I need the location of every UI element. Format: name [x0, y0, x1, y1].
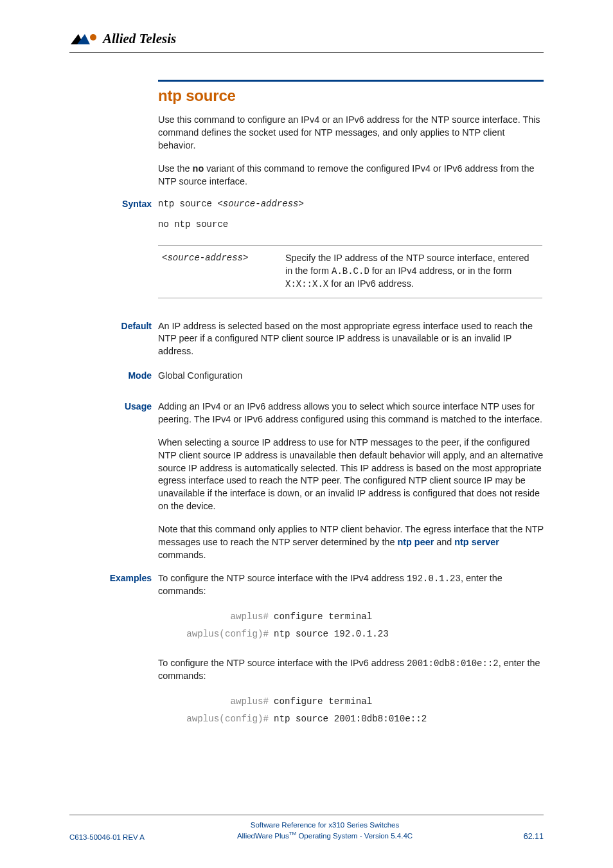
page: Allied Telesis ntp source Use this comma… [0, 0, 613, 868]
syntax-section: Syntax ntp source <source-address> no nt… [158, 198, 544, 298]
table-row: <source-address> Specify the IP address … [158, 246, 542, 298]
footer-rule [69, 815, 544, 815]
page-footer: C613-50046-01 REV A Software Reference f… [69, 815, 544, 841]
syntax-line-2: no ntp source [158, 219, 544, 231]
intro-paragraph-1: Use this command to configure an IPv4 or… [158, 114, 544, 152]
syntax-cmd: ntp source [158, 199, 217, 209]
mode-label: Mode [100, 370, 152, 381]
cli-command: ntp source 2001:0db8:010e::2 [274, 710, 427, 728]
page-header: Allied Telesis [69, 31, 544, 53]
default-section: Default An IP address is selected based … [158, 320, 544, 359]
svg-point-2 [90, 34, 96, 41]
parameter-table: <source-address> Specify the IP address … [158, 245, 542, 298]
bold-keyword: no [193, 163, 204, 174]
example-intro-1: To configure the NTP source interface wi… [158, 572, 544, 598]
footer-center: Software Reference for x310 Series Switc… [145, 820, 505, 841]
content-area: ntp source Use this command to configure… [158, 80, 544, 739]
command-title: ntp source [158, 87, 544, 105]
text-fragment: for an IPv6 address. [328, 278, 414, 289]
default-body: An IP address is selected based on the m… [158, 320, 544, 359]
cli-prompt: awplus(config)# [158, 626, 274, 643]
param-desc: Specify the IP address of the NTP source… [281, 246, 542, 298]
usage-p3: Note that this command only applies to N… [158, 523, 544, 562]
mode-body: Global Configuration [158, 370, 544, 383]
examples-label: Examples [100, 572, 152, 583]
usage-p1: Adding an IPv4 or an IPv6 address allows… [158, 401, 544, 426]
intro-paragraph-2: Use the no variant of this command to re… [158, 163, 544, 188]
examples-section: Examples To configure the NTP source int… [158, 572, 544, 739]
footer-doc-id: C613-50046-01 REV A [69, 833, 145, 841]
footer-row: C613-50046-01 REV A Software Reference f… [69, 820, 544, 841]
cli-row: awplus# configure terminal [158, 608, 544, 626]
header-rule [69, 52, 544, 53]
page-number: 62.11 [505, 832, 544, 841]
inline-code: 192.0.1.23 [407, 574, 461, 584]
param-name: <source-address> [158, 246, 281, 298]
syntax-line-1: ntp source <source-address> [158, 198, 544, 210]
cli-command: configure terminal [274, 693, 372, 710]
examples-body: To configure the NTP source interface wi… [158, 572, 544, 739]
trademark-sup: TM [289, 831, 297, 836]
cli-prompt: awplus# [158, 693, 274, 710]
cli-prompt: awplus(config)# [158, 710, 274, 728]
brand-logo: Allied Telesis [69, 31, 544, 47]
cli-block-1: awplus# configure terminal awplus(config… [158, 608, 544, 643]
footer-title: Software Reference for x310 Series Switc… [145, 820, 505, 831]
cli-block-2: awplus# configure terminal awplus(config… [158, 693, 544, 728]
usage-section: Usage Adding an IPv4 or an IPv6 address … [158, 401, 544, 572]
inline-code: 2001:0db8:010e::2 [407, 658, 499, 669]
inline-code: A.B.C.D [332, 266, 369, 276]
text-fragment: Operating System - Version 5.4.4C [296, 831, 413, 839]
text-fragment: To configure the NTP source interface wi… [158, 573, 407, 583]
cli-row: awplus# configure terminal [158, 693, 544, 710]
text-fragment: To configure the NTP source interface wi… [158, 658, 407, 668]
text-fragment: variant of this command to remove the co… [158, 163, 535, 186]
usage-label: Usage [100, 401, 152, 411]
footer-subtitle: AlliedWare PlusTM Operating System - Ver… [145, 831, 505, 841]
syntax-param: <source-address> [217, 199, 303, 209]
link-ntp-peer[interactable]: ntp peer [397, 537, 434, 547]
usage-p2: When selecting a source IP address to us… [158, 437, 544, 513]
cli-command: configure terminal [274, 608, 372, 626]
cli-command: ntp source 192.0.1.23 [274, 626, 389, 643]
mode-section: Mode Global Configuration [158, 370, 544, 383]
cli-row: awplus(config)# ntp source 192.0.1.23 [158, 626, 544, 643]
syntax-label: Syntax [100, 198, 152, 209]
cli-row: awplus(config)# ntp source 2001:0db8:010… [158, 710, 544, 728]
brand-mark-icon [69, 33, 99, 46]
example-intro-2: To configure the NTP source interface wi… [158, 657, 544, 683]
brand-text: Allied Telesis [103, 31, 176, 47]
text-fragment: for an IPv4 address, or in the form [369, 266, 512, 276]
text-fragment: Use the [158, 163, 193, 174]
usage-body: Adding an IPv4 or an IPv6 address allows… [158, 401, 544, 572]
syntax-body: ntp source <source-address> no ntp sourc… [158, 198, 544, 298]
text-fragment: and [434, 537, 454, 547]
inline-code: X:X::X.X [285, 279, 328, 289]
text-fragment: AlliedWare Plus [237, 831, 289, 839]
title-rule [158, 80, 544, 82]
text-fragment: commands. [158, 550, 206, 560]
link-ntp-server[interactable]: ntp server [454, 537, 499, 547]
default-label: Default [100, 320, 152, 331]
cli-prompt: awplus# [158, 608, 274, 626]
